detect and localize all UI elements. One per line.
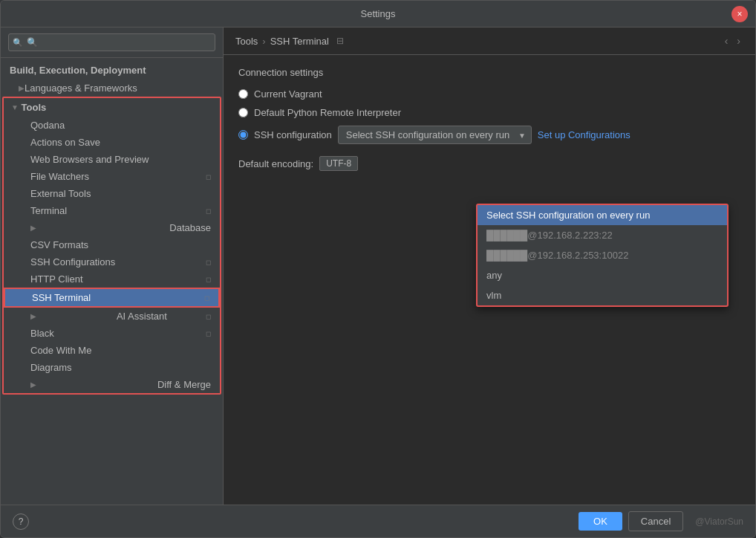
tools-section: ▼ Tools Qodana Actions on Save Web Brows… [2, 97, 221, 395]
tools-label: Tools [22, 102, 47, 113]
ai-assistant-indicator: ◻ [206, 313, 211, 320]
black-indicator: ◻ [206, 330, 211, 337]
sidebar-item-diagrams[interactable]: Diagrams [4, 359, 220, 376]
dialog-title: Settings [361, 8, 396, 19]
radio-vagrant-label: Current Vagrant [254, 88, 322, 100]
right-panel: Tools › SSH Terminal ⊟ ‹ › Connection se… [224, 27, 755, 505]
diagrams-label: Diagrams [30, 362, 72, 373]
radio-ssh-label: SSH configuration [254, 129, 332, 140]
close-button[interactable]: × [731, 6, 748, 22]
diff-expand-icon: ▶ [30, 380, 36, 389]
help-button[interactable]: ? [13, 513, 29, 530]
ssh-config-dropdown[interactable]: Select SSH configuration on every run ██… [338, 126, 532, 144]
http-client-label: HTTP Client [30, 273, 83, 285]
web-browsers-label: Web Browsers and Preview [30, 154, 149, 165]
sidebar-item-ssh-terminal[interactable]: SSH Terminal ◻ [4, 288, 220, 308]
breadcrumb-separator: › [262, 36, 265, 47]
file-watchers-label: File Watchers [30, 171, 89, 182]
terminal-label: Terminal [30, 205, 67, 216]
radio-python[interactable] [238, 108, 248, 117]
ok-button[interactable]: OK [579, 512, 622, 531]
sidebar-item-database[interactable]: ▶ Database [4, 219, 220, 236]
sidebar-item-qodana[interactable]: Qodana [4, 117, 220, 134]
connection-settings-label: Connection settings [238, 67, 740, 78]
terminal-indicator: ◻ [206, 207, 211, 215]
breadcrumb: Tools › SSH Terminal ⊟ [235, 36, 344, 47]
radio-row-vagrant: Current Vagrant [238, 88, 740, 100]
sidebar-item-ai-assistant[interactable]: ▶ AI Assistant ◻ [4, 308, 220, 325]
tools-items: Qodana Actions on Save Web Browsers and … [4, 117, 220, 393]
tools-expand-icon: ▼ [11, 103, 19, 111]
sidebar-item-languages-label: Languages & Frameworks [25, 82, 214, 94]
panel-body: Connection settings Current Vagrant Defa… [224, 55, 755, 505]
ai-expand-icon: ▶ [30, 312, 36, 320]
sidebar-item-actions-on-save[interactable]: Actions on Save [4, 134, 220, 151]
qodana-label: Qodana [30, 120, 65, 131]
search-icon: 🔍 [13, 38, 23, 48]
default-encoding-label: Default encoding: [238, 158, 313, 169]
file-watchers-indicator: ◻ [206, 173, 211, 181]
sidebar-item-terminal[interactable]: Terminal ◻ [4, 202, 220, 219]
database-label: Database [169, 222, 211, 233]
popup-option-1[interactable]: Select SSH configuration on every run [478, 205, 727, 225]
nav-back-button[interactable]: ‹ [722, 33, 731, 48]
breadcrumb-current: SSH Terminal [270, 36, 329, 47]
nav-forward-button[interactable]: › [734, 33, 743, 48]
radio-python-label: Default Python Remote Interpreter [254, 107, 401, 118]
ssh-terminal-indicator: ◻ [204, 294, 209, 302]
watermark: @ViatorSun [695, 516, 743, 527]
sidebar-item-code-with-me[interactable]: Code With Me [4, 342, 220, 359]
radio-group: Current Vagrant Default Python Remote In… [238, 88, 740, 144]
footer: ? OK Cancel @ViatorSun [1, 505, 755, 537]
pin-icon[interactable]: ⊟ [336, 36, 344, 46]
sidebar-item-ssh-configurations[interactable]: SSH Configurations ◻ [4, 253, 220, 270]
blurred-user-2: ██████ [486, 250, 527, 261]
nav-arrows: ‹ › [722, 33, 743, 48]
sidebar-item-languages[interactable]: ▶ Languages & Frameworks [1, 80, 223, 97]
radio-ssh[interactable] [238, 130, 248, 140]
default-encoding-row: Default encoding: UTF-8 [238, 156, 740, 171]
breadcrumb-parent: Tools [235, 36, 258, 47]
encoding-value: UTF-8 [319, 156, 358, 171]
footer-left: ? [13, 513, 29, 530]
radio-row-python: Default Python Remote Interpreter [238, 107, 740, 118]
sidebar-item-build[interactable]: Build, Execution, Deployment [1, 61, 223, 80]
setup-configurations-link[interactable]: Set up Configurations [538, 129, 630, 140]
sidebar-item-http-client[interactable]: HTTP Client ◻ [4, 270, 220, 288]
cancel-button[interactable]: Cancel [628, 511, 683, 531]
http-client-indicator: ◻ [206, 276, 211, 283]
popup-option-2[interactable]: ██████@192.168.2.223:22 [478, 225, 727, 245]
search-input[interactable] [8, 33, 215, 51]
radio-row-ssh: SSH configuration Select SSH configurati… [238, 126, 740, 144]
title-bar: Settings × [1, 1, 755, 27]
popup-option-4[interactable]: any [478, 265, 727, 285]
main-content: 🔍 Build, Execution, Deployment ▶ Languag… [1, 27, 755, 505]
ai-assistant-label: AI Assistant [117, 311, 167, 322]
settings-dialog: Settings × 🔍 Build, Execution, Deploymen… [0, 0, 756, 538]
popup-option-3[interactable]: ██████@192.168.2.253:10022 [478, 245, 727, 265]
ssh-terminal-label: SSH Terminal [32, 292, 91, 303]
dropdown-popup: Select SSH configuration on every run ██… [476, 204, 729, 307]
database-expand-icon: ▶ [30, 224, 36, 232]
tools-header[interactable]: ▼ Tools [4, 98, 220, 117]
footer-right: OK Cancel @ViatorSun [579, 511, 743, 531]
csv-label: CSV Formats [30, 239, 88, 250]
sidebar-item-csv-formats[interactable]: CSV Formats [4, 236, 220, 253]
ssh-config-indicator: ◻ [206, 259, 211, 266]
sidebar-item-file-watchers[interactable]: File Watchers ◻ [4, 168, 220, 185]
code-with-me-label: Code With Me [30, 345, 91, 356]
radio-vagrant[interactable] [238, 89, 248, 99]
ssh-config-label: SSH Configurations [30, 256, 115, 268]
sidebar-item-black[interactable]: Black ◻ [4, 325, 220, 342]
sidebar-item-diff-merge[interactable]: ▶ Diff & Merge [4, 376, 220, 393]
sidebar-section: Build, Execution, Deployment ▶ Languages… [1, 58, 223, 398]
popup-option-5[interactable]: vlm [478, 285, 727, 305]
sidebar-item-external-tools[interactable]: External Tools [4, 185, 220, 202]
dropdown-wrapper: Select SSH configuration on every run ██… [338, 126, 532, 144]
external-tools-label: External Tools [30, 188, 91, 199]
sidebar-item-web-browsers[interactable]: Web Browsers and Preview [4, 151, 220, 168]
expand-arrow-icon: ▶ [19, 84, 25, 92]
black-label: Black [30, 328, 54, 339]
actions-label: Actions on Save [30, 137, 100, 148]
search-bar: 🔍 [1, 27, 223, 58]
